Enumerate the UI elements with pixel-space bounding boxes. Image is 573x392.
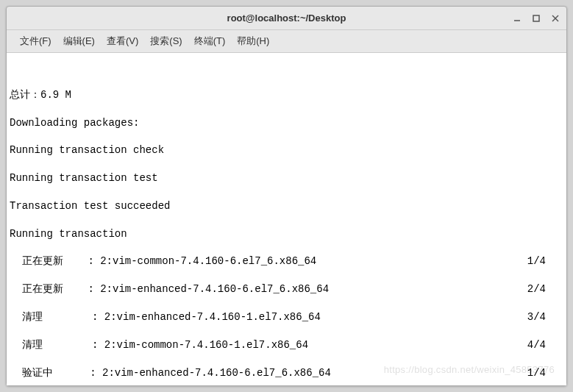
menu-file[interactable]: 文件(F) <box>15 33 56 49</box>
transaction-row: 正在更新 : 2:vim-common-7.4.160-6.el7_6.x86_… <box>10 254 563 268</box>
maximize-icon[interactable] <box>531 13 541 24</box>
transaction-left: 清理 : 2:vim-common-7.4.160-1.el7.x86_64 <box>10 338 308 352</box>
close-icon[interactable] <box>550 13 560 24</box>
term-line: 总计：6.9 M <box>10 88 563 102</box>
window-controls <box>512 13 560 24</box>
menu-search[interactable]: 搜索(S) <box>146 33 186 49</box>
minimize-icon[interactable] <box>512 13 522 24</box>
transaction-right: 4/4 <box>527 338 546 352</box>
menu-terminal[interactable]: 终端(T) <box>190 33 230 49</box>
transaction-row: 清理 : 2:vim-common-7.4.160-1.el7.x86_644/… <box>10 338 563 352</box>
watermark: https://blog.csdn.net/weixin_45853776 <box>384 363 555 377</box>
svg-rect-1 <box>533 15 539 21</box>
menu-help[interactable]: 帮助(H) <box>232 33 274 49</box>
menubar: 文件(F) 编辑(E) 查看(V) 搜索(S) 终端(T) 帮助(H) <box>7 30 566 53</box>
term-line: Running transaction check <box>10 143 563 157</box>
term-line: Transaction test succeeded <box>10 199 563 213</box>
transaction-row: 清理 : 2:vim-enhanced-7.4.160-1.el7.x86_64… <box>10 310 563 324</box>
transaction-row: 正在更新 : 2:vim-enhanced-7.4.160-6.el7_6.x8… <box>10 282 563 296</box>
transaction-left: 正在更新 : 2:vim-common-7.4.160-6.el7_6.x86_… <box>10 254 316 268</box>
menu-view[interactable]: 查看(V) <box>102 33 143 49</box>
titlebar[interactable]: root@localhost:~/Desktop <box>7 7 566 30</box>
term-line: Running transaction test <box>10 171 563 185</box>
transaction-left: 验证中 : 2:vim-enhanced-7.4.160-6.el7_6.x86… <box>10 366 331 380</box>
term-line: Running transaction <box>10 227 563 241</box>
terminal-window: root@localhost:~/Desktop 文件(F) 编辑(E) 查看(… <box>6 6 567 386</box>
transaction-right: 1/4 <box>527 254 546 268</box>
term-line: Downloading packages: <box>10 116 563 130</box>
transaction-left: 清理 : 2:vim-enhanced-7.4.160-1.el7.x86_64 <box>10 310 321 324</box>
transaction-left: 正在更新 : 2:vim-enhanced-7.4.160-6.el7_6.x8… <box>10 282 329 296</box>
window-title: root@localhost:~/Desktop <box>227 13 346 24</box>
terminal-content[interactable]: 总计：6.9 M Downloading packages: Running t… <box>7 53 566 385</box>
transaction-right: 2/4 <box>527 282 546 296</box>
menu-edit[interactable]: 编辑(E) <box>59 33 99 49</box>
transaction-right: 3/4 <box>527 310 546 324</box>
